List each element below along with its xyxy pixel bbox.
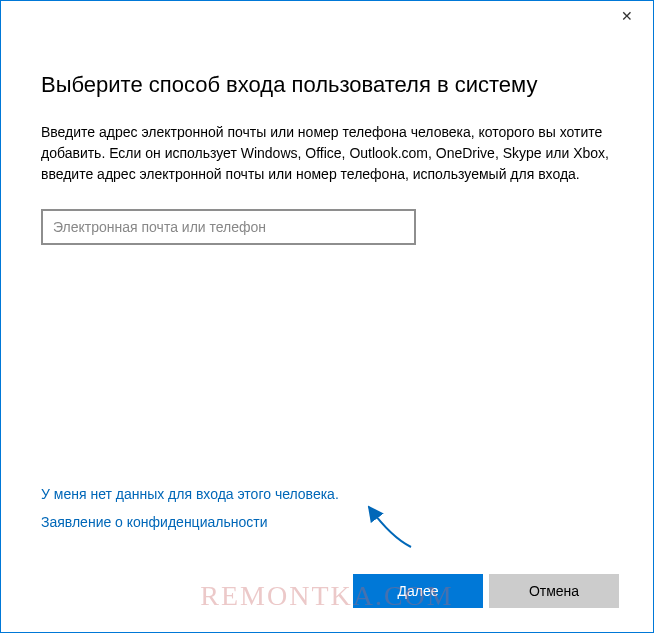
close-button[interactable]: ✕ — [613, 2, 641, 30]
close-icon: ✕ — [621, 8, 633, 24]
page-description: Введите адрес электронной почты или номе… — [41, 122, 613, 185]
titlebar: ✕ — [1, 1, 653, 31]
arrow-annotation-icon — [361, 502, 421, 552]
link-group: У меня нет данных для входа этого челове… — [41, 486, 339, 542]
next-button[interactable]: Далее — [353, 574, 483, 608]
privacy-statement-link[interactable]: Заявление о конфиденциальности — [41, 514, 339, 530]
cancel-button[interactable]: Отмена — [489, 574, 619, 608]
dialog-footer: Далее Отмена — [353, 574, 619, 608]
dialog-content: Выберите способ входа пользователя в сис… — [1, 31, 653, 245]
no-signin-data-link[interactable]: У меня нет данных для входа этого челове… — [41, 486, 339, 502]
page-title: Выберите способ входа пользователя в сис… — [41, 71, 613, 100]
email-phone-input[interactable] — [41, 209, 416, 245]
